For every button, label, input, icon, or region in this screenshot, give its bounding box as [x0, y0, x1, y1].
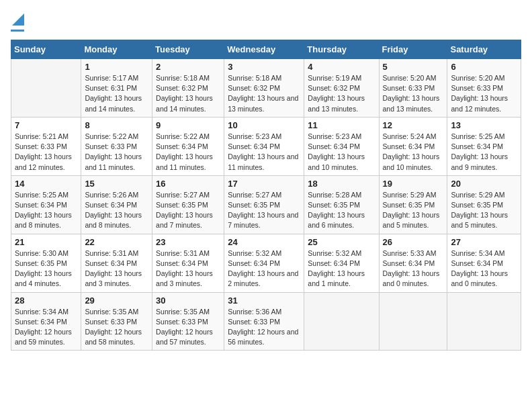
header-cell-sunday: Sunday — [11, 40, 81, 59]
day-number: 8 — [85, 120, 148, 130]
day-number: 2 — [156, 62, 220, 72]
day-number: 12 — [383, 120, 444, 130]
header-cell-thursday: Thursday — [304, 40, 379, 59]
day-number: 31 — [228, 295, 300, 306]
day-number: 13 — [451, 120, 517, 130]
day-cell: 30Sunrise: 5:35 AMSunset: 6:33 PMDayligh… — [152, 292, 224, 351]
day-number: 19 — [383, 179, 444, 189]
day-cell: 2Sunrise: 5:18 AMSunset: 6:32 PMDaylight… — [152, 59, 224, 118]
calendar-table: SundayMondayTuesdayWednesdayThursdayFrid… — [11, 40, 521, 351]
day-cell: 1Sunrise: 5:17 AMSunset: 6:31 PMDaylight… — [81, 59, 152, 118]
day-info: Sunrise: 5:18 AMSunset: 6:32 PMDaylight:… — [156, 73, 220, 114]
day-info: Sunrise: 5:23 AMSunset: 6:34 PMDaylight:… — [228, 132, 300, 173]
day-info: Sunrise: 5:35 AMSunset: 6:33 PMDaylight:… — [156, 307, 220, 348]
day-cell: 12Sunrise: 5:24 AMSunset: 6:34 PMDayligh… — [379, 117, 447, 175]
day-cell — [447, 292, 521, 351]
day-number: 15 — [85, 179, 148, 189]
day-info: Sunrise: 5:20 AMSunset: 6:33 PMDaylight:… — [383, 73, 444, 114]
day-info: Sunrise: 5:25 AMSunset: 6:34 PMDaylight:… — [451, 132, 517, 173]
day-number: 11 — [308, 120, 375, 130]
day-info: Sunrise: 5:18 AMSunset: 6:32 PMDaylight:… — [228, 73, 300, 114]
header-cell-wednesday: Wednesday — [224, 40, 304, 59]
day-cell: 7Sunrise: 5:21 AMSunset: 6:33 PMDaylight… — [11, 117, 81, 175]
header-cell-tuesday: Tuesday — [152, 40, 224, 59]
day-number: 4 — [308, 62, 375, 72]
day-cell: 15Sunrise: 5:26 AMSunset: 6:34 PMDayligh… — [81, 175, 152, 234]
day-cell: 26Sunrise: 5:33 AMSunset: 6:34 PMDayligh… — [379, 234, 447, 292]
day-cell: 6Sunrise: 5:20 AMSunset: 6:33 PMDaylight… — [447, 59, 521, 118]
day-cell: 13Sunrise: 5:25 AMSunset: 6:34 PMDayligh… — [447, 117, 521, 175]
page-header — [11, 11, 521, 32]
day-number: 24 — [228, 237, 300, 247]
day-info: Sunrise: 5:20 AMSunset: 6:33 PMDaylight:… — [451, 73, 517, 114]
day-number: 18 — [308, 179, 375, 189]
day-cell: 3Sunrise: 5:18 AMSunset: 6:32 PMDaylight… — [224, 59, 304, 118]
day-cell: 31Sunrise: 5:36 AMSunset: 6:33 PMDayligh… — [224, 292, 304, 351]
day-number: 28 — [15, 295, 77, 306]
day-number: 9 — [156, 120, 220, 130]
week-row-3: 14Sunrise: 5:25 AMSunset: 6:34 PMDayligh… — [11, 175, 521, 234]
day-info: Sunrise: 5:22 AMSunset: 6:33 PMDaylight:… — [85, 132, 148, 173]
day-info: Sunrise: 5:19 AMSunset: 6:32 PMDaylight:… — [308, 73, 375, 114]
week-row-4: 21Sunrise: 5:30 AMSunset: 6:35 PMDayligh… — [11, 234, 521, 292]
day-number: 10 — [228, 120, 300, 130]
day-number: 26 — [383, 237, 444, 247]
day-info: Sunrise: 5:21 AMSunset: 6:33 PMDaylight:… — [15, 132, 77, 173]
day-cell: 16Sunrise: 5:27 AMSunset: 6:35 PMDayligh… — [152, 175, 224, 234]
day-info: Sunrise: 5:24 AMSunset: 6:34 PMDaylight:… — [383, 132, 444, 173]
header-cell-monday: Monday — [81, 40, 152, 59]
day-info: Sunrise: 5:32 AMSunset: 6:34 PMDaylight:… — [228, 248, 300, 289]
day-cell: 10Sunrise: 5:23 AMSunset: 6:34 PMDayligh… — [224, 117, 304, 175]
day-info: Sunrise: 5:27 AMSunset: 6:35 PMDaylight:… — [156, 190, 220, 231]
day-info: Sunrise: 5:27 AMSunset: 6:35 PMDaylight:… — [228, 190, 300, 231]
week-row-1: 1Sunrise: 5:17 AMSunset: 6:31 PMDaylight… — [11, 59, 521, 118]
day-cell — [11, 59, 81, 118]
day-info: Sunrise: 5:36 AMSunset: 6:33 PMDaylight:… — [228, 307, 300, 348]
day-cell: 14Sunrise: 5:25 AMSunset: 6:34 PMDayligh… — [11, 175, 81, 234]
day-info: Sunrise: 5:26 AMSunset: 6:34 PMDaylight:… — [85, 190, 148, 231]
day-number: 14 — [15, 179, 77, 189]
day-cell: 20Sunrise: 5:29 AMSunset: 6:35 PMDayligh… — [447, 175, 521, 234]
day-info: Sunrise: 5:32 AMSunset: 6:34 PMDaylight:… — [308, 248, 375, 289]
day-info: Sunrise: 5:31 AMSunset: 6:34 PMDaylight:… — [156, 248, 220, 289]
day-number: 17 — [228, 179, 300, 189]
header-cell-friday: Friday — [379, 40, 447, 59]
day-cell: 8Sunrise: 5:22 AMSunset: 6:33 PMDaylight… — [81, 117, 152, 175]
day-info: Sunrise: 5:17 AMSunset: 6:31 PMDaylight:… — [85, 73, 148, 114]
day-info: Sunrise: 5:29 AMSunset: 6:35 PMDaylight:… — [451, 190, 517, 231]
day-info: Sunrise: 5:25 AMSunset: 6:34 PMDaylight:… — [15, 190, 77, 231]
logo — [11, 11, 24, 32]
day-cell: 19Sunrise: 5:29 AMSunset: 6:35 PMDayligh… — [379, 175, 447, 234]
day-number: 20 — [451, 179, 517, 189]
day-number: 27 — [451, 237, 517, 247]
day-cell: 4Sunrise: 5:19 AMSunset: 6:32 PMDaylight… — [304, 59, 379, 118]
day-info: Sunrise: 5:35 AMSunset: 6:33 PMDaylight:… — [85, 307, 148, 348]
day-cell: 23Sunrise: 5:31 AMSunset: 6:34 PMDayligh… — [152, 234, 224, 292]
day-cell: 25Sunrise: 5:32 AMSunset: 6:34 PMDayligh… — [304, 234, 379, 292]
logo-arrow-icon — [12, 13, 24, 26]
day-cell: 18Sunrise: 5:28 AMSunset: 6:35 PMDayligh… — [304, 175, 379, 234]
day-cell: 22Sunrise: 5:31 AMSunset: 6:34 PMDayligh… — [81, 234, 152, 292]
day-cell — [304, 292, 379, 351]
day-info: Sunrise: 5:23 AMSunset: 6:34 PMDaylight:… — [308, 132, 375, 173]
day-cell: 11Sunrise: 5:23 AMSunset: 6:34 PMDayligh… — [304, 117, 379, 175]
day-number: 22 — [85, 237, 148, 247]
day-number: 1 — [85, 62, 148, 72]
day-cell — [379, 292, 447, 351]
day-info: Sunrise: 5:29 AMSunset: 6:35 PMDaylight:… — [383, 190, 444, 231]
day-cell: 17Sunrise: 5:27 AMSunset: 6:35 PMDayligh… — [224, 175, 304, 234]
day-info: Sunrise: 5:34 AMSunset: 6:34 PMDaylight:… — [15, 307, 77, 348]
day-number: 21 — [15, 237, 77, 247]
day-number: 16 — [156, 179, 220, 189]
day-cell: 24Sunrise: 5:32 AMSunset: 6:34 PMDayligh… — [224, 234, 304, 292]
svg-marker-0 — [12, 13, 24, 26]
day-info: Sunrise: 5:28 AMSunset: 6:35 PMDaylight:… — [308, 190, 375, 231]
week-row-2: 7Sunrise: 5:21 AMSunset: 6:33 PMDaylight… — [11, 117, 521, 175]
day-info: Sunrise: 5:22 AMSunset: 6:34 PMDaylight:… — [156, 132, 220, 173]
header-row: SundayMondayTuesdayWednesdayThursdayFrid… — [11, 40, 521, 59]
day-number: 25 — [308, 237, 375, 247]
header-cell-saturday: Saturday — [447, 40, 521, 59]
day-number: 3 — [228, 62, 300, 72]
day-number: 29 — [85, 295, 148, 306]
day-cell: 5Sunrise: 5:20 AMSunset: 6:33 PMDaylight… — [379, 59, 447, 118]
